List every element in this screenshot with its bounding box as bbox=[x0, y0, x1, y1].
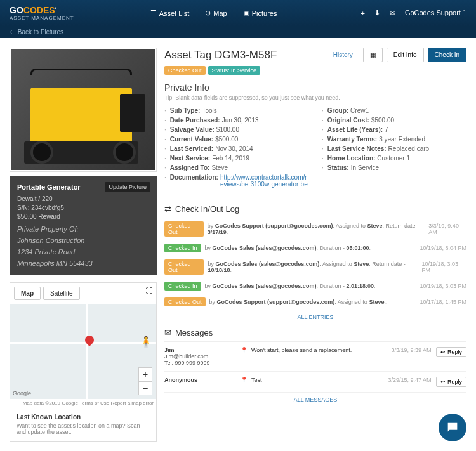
message-row: Anonymous📍Test3/29/15, 9:47 AM↩ Reply bbox=[164, 372, 466, 393]
log-row: Checked Inby GoCodes Sales (sales@gocode… bbox=[164, 240, 466, 256]
private-info-row: ·Asset Life (Years):7 bbox=[322, 125, 466, 134]
status-badge-checkedout: Checked Out bbox=[164, 66, 206, 75]
map-tab-satellite[interactable]: Satellite bbox=[43, 287, 80, 300]
envelope-icon: ✉ bbox=[164, 328, 171, 337]
pegman-icon[interactable]: 🧍 bbox=[140, 336, 152, 348]
chat-icon bbox=[446, 421, 459, 435]
map-footer-title: Last Known Location bbox=[17, 414, 150, 421]
log-badge: Checked In bbox=[164, 282, 201, 291]
checklog-heading: ⇄Check In/Out Log bbox=[164, 200, 466, 218]
reply-button[interactable]: ↩ Reply bbox=[436, 347, 466, 357]
list-icon: ☰ bbox=[150, 9, 157, 17]
map-attribution: Map data ©2019 Google Terms of Use Repor… bbox=[10, 399, 156, 407]
log-badge: Checked Out bbox=[164, 297, 206, 306]
history-button[interactable]: History bbox=[327, 48, 359, 62]
logo-codes: CODES bbox=[23, 5, 55, 15]
all-messages-link[interactable]: ALL MESSAGES bbox=[164, 393, 466, 407]
documentation-link[interactable]: http://www.contractortalk.com/reviews/be… bbox=[220, 174, 309, 188]
private-info-row: ·Date Purchased:Jun 30, 2013 bbox=[164, 115, 309, 125]
private-info-row: ·Home Location:Customer 1 bbox=[322, 154, 466, 163]
log-badge: Checked In bbox=[164, 244, 201, 252]
private-info-row: ·Original Cost:$500.00 bbox=[322, 115, 466, 125]
check-in-button[interactable]: Check In bbox=[428, 48, 466, 62]
reply-button[interactable]: ↩ Reply bbox=[436, 377, 466, 387]
private-info-heading: Private Info bbox=[164, 82, 466, 93]
map-tab-map[interactable]: Map bbox=[14, 287, 41, 300]
nav-asset-list[interactable]: ☰Asset List bbox=[150, 9, 190, 17]
private-info-grid: ·Sub Type:Tools·Date Purchased:Jun 30, 2… bbox=[164, 106, 466, 189]
messages-heading: ✉Messages bbox=[164, 324, 466, 342]
log-badge: Checked Out bbox=[164, 259, 204, 275]
qr-button[interactable]: ▦ bbox=[363, 48, 383, 62]
log-row: Checked Inby GoCodes Sales (sales@gocode… bbox=[164, 278, 466, 294]
logo-go: GO bbox=[10, 5, 23, 15]
pin-icon: 📍 bbox=[241, 347, 248, 353]
private-info-row: ·Warranty Terms:3 year Extended bbox=[322, 134, 466, 144]
private-info-row: ·Documentation:http://www.contractortalk… bbox=[164, 173, 309, 189]
globe-icon: ⊕ bbox=[205, 9, 211, 17]
user-menu[interactable]: GoCodes Support ˅ bbox=[405, 9, 466, 17]
chat-fab[interactable] bbox=[439, 414, 466, 441]
private-info-row: ·Group:Crew1 bbox=[322, 106, 466, 115]
fullscreen-icon[interactable]: ⛶ bbox=[145, 287, 152, 300]
private-info-row: ·Next Service:Feb 14, 2019 bbox=[164, 154, 309, 163]
map-card: Map Satellite ⛶ 🧍 + − Google Map data ©2… bbox=[10, 282, 157, 442]
logo-subtitle: ASSET MANAGEMENT bbox=[10, 15, 74, 21]
app-header: GOCODES▪ ASSET MANAGEMENT ☰Asset List ⊕M… bbox=[0, 0, 476, 26]
swap-icon: ⇄ bbox=[164, 204, 171, 214]
map-pin-icon bbox=[83, 334, 96, 346]
map-footer-desc: Want to see the asset's location on a ma… bbox=[17, 422, 150, 435]
private-info-row: ·Status:In Service bbox=[322, 163, 466, 173]
pin-icon: 📍 bbox=[241, 377, 248, 383]
message-row: JimJim@builder.comTel: 999 999 9999📍Won'… bbox=[164, 342, 466, 372]
private-info-row: ·Salvage Value:$100.00 bbox=[164, 125, 309, 134]
all-entries-link[interactable]: ALL ENTRIES bbox=[164, 310, 466, 324]
nav-map[interactable]: ⊕Map bbox=[205, 9, 227, 17]
status-badge-inservice: Status: In Service bbox=[208, 66, 261, 75]
image-icon: ▣ bbox=[243, 9, 249, 17]
add-icon[interactable]: + bbox=[360, 10, 364, 17]
private-info-row: ·Assigned To:Steve bbox=[164, 163, 309, 173]
zoom-out-button[interactable]: − bbox=[138, 381, 152, 395]
header-actions: + ⬇ ✉ GoCodes Support ˅ bbox=[360, 9, 466, 17]
log-row: Checked Outby GoCodes Support (support@g… bbox=[164, 294, 466, 310]
private-info-row: ·Last Serviced:Nov 30, 2014 bbox=[164, 144, 309, 154]
private-info-row: ·Current Value:$500.00 bbox=[164, 134, 309, 144]
private-info-row: ·Last Service Notes:Replaced carb bbox=[322, 144, 466, 154]
nav-pictures[interactable]: ▣Pictures bbox=[243, 9, 277, 17]
map-canvas[interactable]: 🧍 + − Google bbox=[10, 304, 156, 399]
log-badge: Checked Out bbox=[164, 221, 204, 237]
zoom-in-button[interactable]: + bbox=[138, 367, 152, 381]
log-row: Checked Outby GoCodes Support (support@g… bbox=[164, 218, 466, 240]
main-nav: ☰Asset List ⊕Map ▣Pictures bbox=[150, 9, 277, 17]
back-link[interactable]: 🡐 Back to Pictures bbox=[0, 26, 476, 38]
private-info-tip: Tip: Blank data-fields are suppressed, s… bbox=[164, 95, 466, 101]
page-title: Asset Tag DGM3-M58F bbox=[164, 49, 277, 62]
asset-info-card: Update Picture Portable Generator Dewalt… bbox=[10, 176, 157, 275]
update-picture-button[interactable]: Update Picture bbox=[105, 182, 150, 192]
log-row: Checked Outby GoCodes Sales (sales@gocod… bbox=[164, 256, 466, 278]
edit-info-button[interactable]: Edit Info bbox=[387, 48, 424, 62]
asset-image bbox=[10, 48, 157, 172]
google-logo: Google bbox=[13, 390, 31, 396]
download-icon[interactable]: ⬇ bbox=[374, 9, 380, 17]
private-info-row: ·Sub Type:Tools bbox=[164, 106, 309, 115]
logo[interactable]: GOCODES▪ ASSET MANAGEMENT bbox=[10, 5, 74, 21]
mail-icon[interactable]: ✉ bbox=[390, 9, 395, 17]
